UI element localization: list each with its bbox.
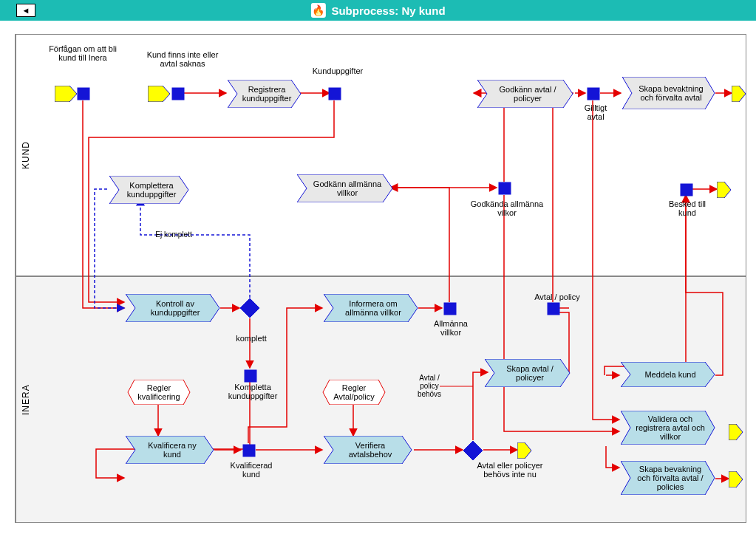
activity-godkann-villkor[interactable]: Godkänn allmänna villkor [297, 174, 393, 202]
svg-marker-12 [240, 298, 259, 318]
svg-rect-6 [499, 182, 511, 194]
message-allmvillkor[interactable] [443, 302, 457, 315]
activity-godkann-avtal[interactable]: Godkänn avtal / policyer [477, 80, 573, 108]
svg-marker-15 [717, 182, 731, 198]
gateway-label-behovs: Avtal / policy behövs [411, 374, 448, 398]
rule-kvalificering-label: Regler kvalificering [127, 380, 191, 405]
svg-rect-1 [78, 88, 89, 100]
app-icon: 🔥 [310, 3, 325, 18]
end-event-top[interactable] [732, 86, 746, 102]
start-event-forfragan[interactable] [55, 86, 78, 102]
diagram-canvas: KUND INERA [0, 21, 756, 537]
rule-kvalificering[interactable]: Regler kvalificering [127, 380, 191, 405]
event-label-gilltigt: Gilltigt avtal [575, 103, 616, 121]
activity-registrera[interactable]: Registrera kunduppgifter [228, 80, 302, 108]
activity-informera[interactable]: Informera om allmänna villkor [324, 294, 418, 322]
event-label-godkanda: Godkända allmänna vilkor [470, 199, 544, 217]
message-godkanda[interactable] [498, 182, 511, 195]
gateway-avtalbehov[interactable] [463, 440, 483, 461]
message-kunduppgifter[interactable] [328, 87, 341, 100]
event-label-avtalpolicy: Avtal / policy [528, 293, 587, 301]
activity-informera-label: Informera om allmänna villkor [324, 294, 418, 322]
gateway-label-komplett: komplett [231, 334, 272, 343]
activity-skapa-bevaktning[interactable]: Skapa bevaktning och förvalta avtal [622, 77, 715, 109]
rule-avtalpolicy[interactable]: Regler Avtal/policy [322, 380, 386, 405]
svg-rect-9 [444, 303, 456, 315]
svg-rect-7 [681, 184, 692, 196]
event-label-kunduppgifter: Kunduppgifter [304, 66, 371, 75]
activity-skapa-bevaktning-label: Skapa bevaktning och förvalta avtal [622, 77, 715, 109]
message-avtalpolicy[interactable] [547, 302, 560, 315]
gateway-label-ejkomplett: Ej komplett [148, 230, 200, 239]
activity-komplettera[interactable]: Komplettera kunduppgifter [109, 176, 189, 204]
svg-rect-5 [588, 88, 599, 100]
svg-rect-8 [245, 370, 256, 382]
activity-komplettera-label: Komplettera kunduppgifter [109, 176, 189, 204]
rule-avtalpolicy-label: Regler Avtal/policy [322, 380, 386, 405]
svg-marker-18 [729, 424, 743, 440]
activity-skapa-bevakning[interactable]: Skapa bevakning och förvalta avtal / pol… [621, 461, 715, 495]
activity-kvalificera-label: Kvalificera ny kund [126, 436, 214, 464]
svg-marker-16 [517, 442, 531, 459]
activity-validera[interactable]: Validera och registrera avtal och villko… [621, 411, 715, 445]
gateway-komplett[interactable] [239, 298, 260, 318]
activity-skapa-bevakning-label: Skapa bevakning och förvalta avtal / pol… [621, 461, 715, 495]
message-gilltigt[interactable] [587, 87, 600, 100]
lane-kund-label: KUND [16, 35, 35, 276]
event-label-kvalkund: Kvalificerad kund [223, 461, 279, 479]
activity-skapa-avtal[interactable]: Skapa avtal / policyer [485, 359, 571, 387]
lane-inera-label: INERA [16, 277, 35, 522]
svg-rect-4 [329, 88, 341, 100]
end-event-besked[interactable] [717, 182, 732, 198]
svg-rect-3 [172, 88, 184, 100]
message-forfragan[interactable] [77, 87, 90, 100]
svg-marker-14 [732, 86, 746, 102]
svg-marker-0 [55, 86, 77, 102]
title-bar: ◄ 🔥 Subprocess: Ny kund [0, 0, 756, 21]
activity-kontroll-label: Kontroll av kunduppgifter [126, 294, 220, 322]
event-label-kundfinns: Kund finns inte eller avtal saknas [142, 50, 223, 68]
activity-validera-label: Validera och registrera avtal och villko… [621, 411, 715, 445]
event-label-besked: Besked till kund [667, 199, 708, 217]
activity-godkann-villkor-label: Godkänn allmänna villkor [297, 174, 393, 202]
svg-rect-10 [548, 303, 559, 315]
message-besked[interactable] [680, 183, 693, 196]
svg-marker-17 [729, 471, 743, 488]
activity-registrera-label: Registrera kunduppgifter [228, 80, 302, 108]
activity-kontroll[interactable]: Kontroll av kunduppgifter [126, 294, 220, 322]
activity-godkann-avtal-label: Godkänn avtal / policyer [477, 80, 573, 108]
activity-verifiera-label: Verifiera avtalsbehov [324, 436, 412, 464]
event-label-allmvillkor: Allmänna villkor [427, 319, 474, 337]
end-event-intebehovs[interactable] [517, 442, 532, 459]
back-button[interactable]: ◄ [16, 4, 35, 17]
svg-marker-2 [148, 86, 170, 102]
activity-meddela-label: Meddela kund [621, 362, 715, 387]
activity-kvalificera[interactable]: Kvalificera ny kund [126, 436, 214, 464]
lane-kund: KUND [15, 34, 746, 276]
start-event-kundfinns[interactable] [148, 86, 171, 102]
page-title: Subprocess: Ny kund [331, 4, 445, 17]
message-kvalkund[interactable] [242, 444, 256, 457]
end-event-validera[interactable] [729, 424, 743, 440]
svg-rect-11 [243, 445, 255, 456]
message-kundfinns[interactable] [171, 87, 185, 100]
event-label-kompletta: Kompletta kunduppgifter [223, 383, 282, 400]
activity-skapa-avtal-label: Skapa avtal / policyer [485, 359, 571, 387]
event-label-intebehovs: Avtal eller policyer behövs inte nu [473, 461, 547, 479]
end-event-bottom[interactable] [729, 471, 743, 488]
activity-meddela[interactable]: Meddela kund [621, 362, 715, 387]
activity-verifiera[interactable]: Verifiera avtalsbehov [324, 436, 412, 464]
svg-marker-13 [463, 441, 483, 460]
event-label-forfragan: Förfågan om att bli kund till Inera [47, 44, 118, 62]
message-kompletta[interactable] [244, 369, 257, 383]
